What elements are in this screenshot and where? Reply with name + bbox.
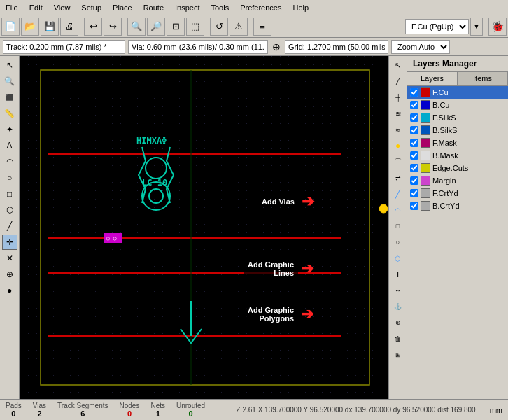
save-button[interactable]: 💾: [41, 18, 59, 36]
rt-poly[interactable]: ⬡: [390, 251, 406, 266]
menu-file[interactable]: File: [0, 2, 24, 13]
layer-color-2: [421, 113, 430, 122]
text-tool[interactable]: A: [2, 138, 17, 153]
poly-tool[interactable]: ⬡: [2, 202, 17, 218]
nodes-status: Nodes 0: [120, 402, 140, 418]
grid-field[interactable]: [285, 40, 388, 54]
rt-via[interactable]: ●: [390, 138, 406, 153]
select-tool[interactable]: ↖: [2, 57, 17, 73]
layer-row-b-cu[interactable]: B.Cu: [407, 99, 508, 111]
layer-check-9[interactable]: [410, 202, 418, 210]
layer-selector[interactable]: F.Cu (PgUp): [405, 19, 469, 34]
rt-fanout[interactable]: ⇌: [390, 170, 406, 186]
nodes-label: Nodes: [120, 402, 140, 410]
drc-button[interactable]: ⚠: [230, 18, 248, 36]
circle-tool[interactable]: ○: [2, 170, 17, 186]
rt-dim[interactable]: ↔: [390, 283, 406, 298]
layer-color-7: [421, 176, 430, 186]
zoom-out-button[interactable]: 🔎: [147, 18, 165, 36]
via-size-field[interactable]: [128, 40, 268, 54]
tab-items[interactable]: Items: [458, 72, 508, 85]
layer-check-1[interactable]: [410, 101, 418, 109]
layer-check-8[interactable]: [410, 189, 418, 197]
layer-row-margin[interactable]: Margin: [407, 174, 508, 187]
rt-arc[interactable]: ◠: [390, 202, 406, 218]
menu-help[interactable]: Help: [287, 2, 314, 13]
route-track-tool[interactable]: ⬛: [2, 90, 17, 105]
layer-row-b-crtyd[interactable]: B.CrtYd: [407, 200, 508, 212]
refresh-button[interactable]: ↺: [210, 18, 228, 36]
layer-check-3[interactable]: [410, 126, 418, 134]
layer-check-5[interactable]: [410, 151, 418, 160]
rt-tune[interactable]: ≋: [390, 106, 406, 121]
nets-value: 1: [156, 410, 160, 418]
rt-line[interactable]: ╱: [390, 186, 406, 202]
layer-row-f-silks[interactable]: F.SilkS: [407, 111, 508, 124]
menu-view[interactable]: View: [48, 2, 76, 13]
line-tool[interactable]: ╱: [2, 218, 17, 234]
highlight-tool[interactable]: ✦: [2, 122, 17, 137]
delete-tool[interactable]: ✕: [2, 251, 17, 266]
pcb-canvas[interactable]: [20, 56, 388, 399]
layer-row-b-mask[interactable]: B.Mask: [407, 149, 508, 162]
layer-row-f-mask[interactable]: F.Mask: [407, 136, 508, 149]
layer-check-0[interactable]: [410, 88, 418, 97]
layer-check-7[interactable]: [410, 176, 418, 185]
open-button[interactable]: 📂: [21, 18, 39, 36]
rt-route[interactable]: ╱: [390, 74, 406, 89]
net-inspector-button[interactable]: ≡: [253, 18, 271, 36]
measure-tool[interactable]: 📏: [2, 106, 17, 121]
layer-check-2[interactable]: [410, 113, 418, 122]
rect-tool[interactable]: □: [2, 186, 17, 202]
track-width-field[interactable]: [3, 40, 125, 54]
layers-tabs: Layers Items: [407, 72, 508, 86]
canvas-area[interactable]: Add Vias ➔ Add GraphicLines ➔ Add Graphi…: [20, 56, 388, 399]
rt-select[interactable]: ↖: [390, 57, 406, 73]
rt-diff-pair[interactable]: ╫: [390, 90, 406, 105]
rt-footprint[interactable]: ⊕: [390, 315, 406, 330]
layer-name-0: F.Cu: [432, 88, 449, 97]
bug-icon[interactable]: 🐞: [488, 18, 507, 36]
menu-route[interactable]: Route: [138, 2, 169, 13]
layer-row-f-crtyd[interactable]: F.CrtYd: [407, 187, 508, 200]
crosshair-tool[interactable]: ✛: [2, 234, 17, 250]
new-button[interactable]: 📄: [1, 18, 20, 36]
layer-row-edge-cuts[interactable]: Edge.Cuts: [407, 162, 508, 174]
rt-text[interactable]: T: [390, 267, 406, 282]
rt-rect[interactable]: □: [390, 218, 406, 234]
pad-tool[interactable]: ⊕: [2, 267, 17, 282]
print-button[interactable]: 🖨: [60, 18, 78, 36]
menu-preferences[interactable]: Preferences: [234, 2, 287, 13]
menu-inspect[interactable]: Inspect: [169, 2, 205, 13]
rt-custom[interactable]: ⊞: [390, 347, 406, 363]
redo-button[interactable]: ↪: [104, 18, 122, 36]
via-tool[interactable]: ●: [2, 283, 17, 298]
zoom-area-button[interactable]: ⬚: [186, 18, 204, 36]
rt-tune2[interactable]: ≈: [390, 122, 406, 137]
inspect-tool[interactable]: 🔍: [2, 74, 17, 89]
layer-row-f-cu[interactable]: F.Cu: [407, 86, 508, 99]
track-value: 6: [80, 410, 85, 418]
rt-circle[interactable]: ○: [390, 234, 406, 250]
layer-check-4[interactable]: [410, 139, 418, 147]
undo-button[interactable]: ↩: [84, 18, 102, 36]
zoom-selector[interactable]: Zoom Auto: [391, 40, 450, 54]
tab-layers[interactable]: Layers: [407, 72, 458, 85]
layer-check-6[interactable]: [410, 164, 418, 172]
zoom-in-button[interactable]: 🔍: [127, 18, 146, 36]
arc-tool[interactable]: ◠: [2, 154, 17, 169]
menu-place[interactable]: Place: [107, 2, 138, 13]
layer-row-b-silks[interactable]: B.SilkS: [407, 124, 508, 136]
layer-name-8: F.CrtYd: [432, 189, 458, 197]
vias-value: 2: [37, 410, 41, 418]
menu-edit[interactable]: Edit: [24, 2, 48, 13]
rt-delete[interactable]: 🗑: [390, 331, 406, 346]
right-inner-toolbar: ↖ ╱ ╫ ≋ ≈ ● ⌒ ⇌ ╱ ◠ □ ○ ⬡ T ↔ ⚓ ⊕ 🗑 ⊞: [388, 56, 407, 399]
layer-name-9: B.CrtYd: [432, 202, 460, 210]
menu-setup[interactable]: Setup: [76, 2, 107, 13]
zoom-fit-button[interactable]: ⊡: [167, 18, 185, 36]
layer-menu-button[interactable]: ▼: [470, 18, 483, 36]
rt-roundedline[interactable]: ⌒: [390, 154, 406, 169]
menu-tools[interactable]: Tools: [205, 2, 234, 13]
rt-anchor[interactable]: ⚓: [390, 299, 406, 314]
